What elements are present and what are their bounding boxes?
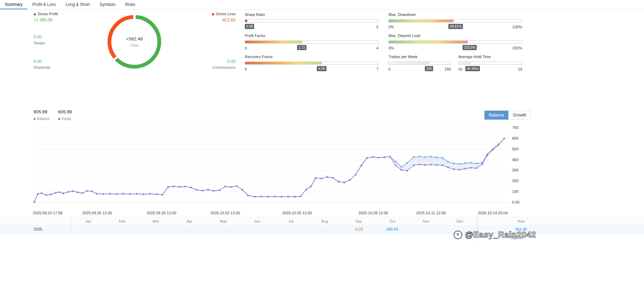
commissions-value: 0.00 [187, 59, 235, 64]
y-tick-label: 300 [512, 168, 518, 172]
watermark-overlay-value: 582.46 [511, 235, 523, 240]
gauge-value-badge: 105 [425, 66, 433, 71]
gauge-max-label: 5 [376, 25, 378, 29]
trades-per-week-gauge: Trades per Week0105158 [388, 55, 451, 72]
gauge-title: Sharp Ratio [245, 12, 378, 17]
tab-summary[interactable]: Summary [0, 0, 27, 9]
x-tick-label: 2025.10.08 12:00 [358, 211, 388, 215]
balance-stat: 605.99 Balance [34, 109, 50, 121]
month-value-oct: 585.69 [375, 227, 409, 231]
y-tick-label: 0.00 [512, 200, 519, 204]
equity-stat: 605.99 Equity [58, 109, 72, 121]
dividends-block: 0.00 Dividends [34, 59, 50, 69]
tab-risks[interactable]: Risks [120, 0, 140, 9]
balance-line [34, 139, 504, 202]
year-row-label: 2025 [0, 227, 71, 231]
y-tick-label: 100 [512, 189, 518, 194]
gauge-bar [245, 62, 378, 65]
gross-loss-dot-icon [212, 13, 214, 16]
y-tick-label: 500 [512, 147, 518, 151]
commissions-block: 0.00 Commissions [187, 59, 235, 69]
gauge-title: Recovery Factor [245, 55, 378, 59]
gauge-bar [245, 19, 378, 22]
telegram-icon: ➤ [454, 231, 462, 239]
x-tick-label: 2025.10.02 12:00 [211, 211, 240, 215]
gauge-bar [388, 19, 522, 22]
chart-plot[interactable] [33, 127, 509, 204]
gauge-value-badge: 48.81% [448, 24, 463, 29]
balance-series [34, 138, 505, 203]
chart-view-toggle: Balance Growth [484, 111, 531, 120]
gauge-title: Max. Drawdown [388, 12, 522, 17]
max-drawdown-gauge: Max. Drawdown0%48.81%100% [388, 12, 522, 30]
x-tick-label: 2025.09.29 12:00 [146, 211, 176, 215]
dividends-label: Dividends [34, 65, 50, 69]
gauge-title: Profit Factor [245, 34, 378, 38]
gauge-min-label: 0% [388, 25, 394, 29]
gauge-bar [245, 40, 378, 44]
month-value-cells: -3.23585.69 [71, 225, 477, 233]
growth-view-button[interactable]: Growth [508, 111, 531, 120]
y-tick-label: 200 [512, 179, 518, 183]
profit-loss-donut-chart [105, 12, 164, 71]
gauge-value-badge: 118.5% [463, 45, 477, 50]
gauge-bar [388, 62, 451, 65]
tab-profit-loss[interactable]: Profit & Loss [27, 0, 61, 9]
year-values-row: 2025 -3.23585.69 582.46 [0, 225, 644, 234]
gauge-value-badge: 4h 35m [465, 66, 480, 71]
balance-view-button[interactable]: Balance [484, 111, 508, 120]
x-tick-label: 2025.10.14 20:04 [478, 211, 508, 215]
year-column-header: Year [477, 219, 565, 223]
gauge-max-label: 100% [512, 25, 522, 29]
y-tick-label: 400 [512, 158, 518, 162]
month-header-sep: Sep [342, 219, 376, 223]
tab-long-short[interactable]: Long & Short [61, 0, 95, 9]
gauge-min-label: 0% [388, 46, 394, 50]
balance-dot-icon [34, 118, 36, 120]
max-deposit-load-gauge: Max. Deposit Load0%118.5%200% [388, 34, 522, 51]
chart-x-axis: 2025.09.23 17:582025.09.26 12:002025.09.… [33, 211, 509, 216]
month-header-jun: Jun [240, 219, 274, 223]
dividends-value: 0.00 [34, 59, 50, 64]
recovery-factor-gauge: Recovery Factor04.057 [245, 55, 378, 72]
x-tick-label: 2025.10.05 12:00 [282, 211, 312, 215]
gauge-min-label: 0 [245, 67, 247, 71]
gauge-max-label: 4 [376, 46, 378, 50]
gauge-title: Average Hold Time [458, 55, 522, 59]
x-tick-label: 2025.09.23 17:58 [33, 211, 63, 215]
months-header-row: JanFebMarAprMayJunJulAugSepOctNovDec Yea… [0, 217, 644, 225]
swaps-block: 0.00 Swaps [34, 35, 45, 45]
gauge-max-label: 200% [512, 46, 522, 50]
month-header-apr: Apr [173, 219, 207, 223]
summary-report-page: SummaryProfit & LossLong & ShortSymbolsR… [0, 0, 644, 299]
gauge-bar [388, 40, 522, 44]
balance-legend: Balance [34, 117, 50, 121]
x-tick-label: 2025.09.26 12:00 [82, 211, 112, 215]
x-tick-label: 2025.10.11 12:00 [416, 211, 446, 215]
equity-legend: Equity [58, 117, 72, 121]
equity-line [34, 139, 504, 202]
gross-loss-block: Gross Loss -812.63 [187, 12, 235, 22]
month-header-feb: Feb [105, 219, 139, 223]
month-header-jul: Jul [274, 219, 308, 223]
month-header-nov: Nov [409, 219, 443, 223]
gross-loss-value: -812.63 [187, 18, 235, 22]
watermark-handle: @Easy_Rain2042 [465, 230, 536, 240]
equity-series [34, 138, 505, 203]
month-header-jan: Jan [71, 219, 105, 223]
watermark: ➤ @Easy_Rain2042 [454, 230, 536, 240]
gauge-min-label: 0s [458, 67, 463, 71]
gauge-title: Trades per Week [388, 55, 451, 59]
gauge-min-label: 0 [245, 46, 247, 50]
tab-symbols[interactable]: Symbols [95, 0, 120, 9]
month-header-dec: Dec [443, 219, 477, 223]
equity-stat-value: 605.99 [58, 109, 72, 114]
gauge-bar [458, 62, 522, 65]
month-value-sep: -3.23 [342, 227, 376, 231]
gauge-min-label: 0 [388, 67, 391, 71]
monthly-summary-table: JanFebMarAprMayJunJulAugSepOctNovDec Yea… [0, 217, 644, 234]
y-tick-label: 700 [512, 125, 518, 130]
month-header-aug: Aug [308, 219, 342, 223]
swaps-value: 0.00 [34, 35, 45, 39]
balance-equity-chart-svg [33, 127, 509, 204]
